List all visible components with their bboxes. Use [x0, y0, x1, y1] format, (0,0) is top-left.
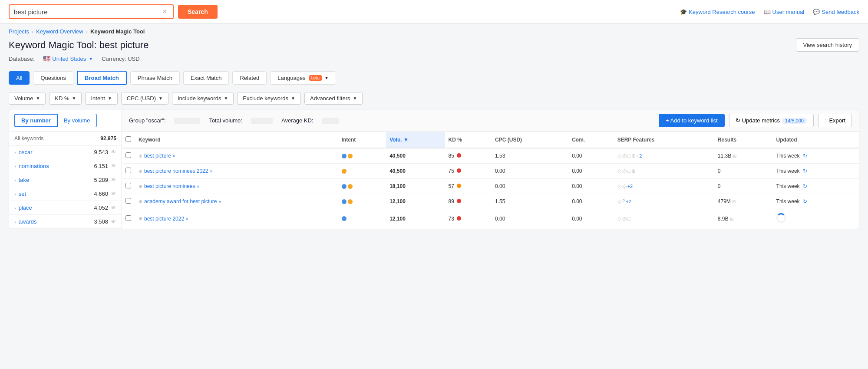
filter-advanced[interactable]: Advanced filters ▼	[304, 92, 363, 105]
page-title: Keyword Magic Tool: best picture	[9, 40, 149, 51]
search-input[interactable]	[14, 8, 161, 16]
kd-indicator	[457, 168, 461, 173]
keyword-link[interactable]: ⊕ best picture nominees »	[139, 183, 335, 189]
keyword-link[interactable]: ⊕ best picture »	[139, 153, 335, 159]
flag-icon: 🇺🇸	[43, 55, 50, 62]
eye-icon[interactable]: 👁	[111, 204, 116, 211]
row-checkbox[interactable]	[125, 168, 131, 173]
eye-icon[interactable]: 👁	[111, 191, 116, 197]
eye-icon[interactable]: 👁	[111, 163, 116, 169]
sidebar-item-count: 9,543	[94, 149, 108, 155]
sort-by-volume-button[interactable]: By volume	[58, 114, 97, 127]
exclude-chevron-icon: ▼	[291, 96, 295, 101]
kd-chevron-icon: ▼	[72, 96, 76, 101]
col-com: Com.	[568, 132, 614, 148]
keyword-link[interactable]: ⊕ best picture 2022 »	[139, 216, 335, 222]
breadcrumb-projects[interactable]: Projects	[9, 28, 29, 35]
sidebar-item[interactable]: › take 5,289 👁	[9, 173, 122, 187]
eye-icon[interactable]: 👁	[111, 177, 116, 183]
serp-icon: ◇	[617, 153, 621, 159]
row-checkbox[interactable]	[125, 215, 131, 221]
sidebar-item[interactable]: › oscar 9,543 👁	[9, 145, 122, 159]
tab-languages[interactable]: Languages beta ▼	[270, 71, 336, 85]
row-checkbox[interactable]	[125, 152, 131, 158]
database-country-link[interactable]: 🇺🇸 United States ▼	[43, 55, 93, 62]
search-button[interactable]: Search	[178, 5, 218, 19]
top-links: 🎓 Keyword Research course 📖 User manual …	[680, 9, 859, 15]
sidebar-item[interactable]: › place 4,052 👁	[9, 201, 122, 215]
serp-plus: +2	[637, 153, 642, 158]
update-count-badge: 14/5,000	[782, 118, 807, 124]
serp-plus: +2	[626, 199, 631, 204]
sidebar-item-count: 5,289	[94, 177, 108, 183]
cpc-cell: 0.00	[492, 164, 568, 179]
volume-cell: 40,500	[386, 148, 445, 164]
updated-cell	[773, 209, 859, 228]
add-to-keyword-list-button[interactable]: + Add to keyword list	[659, 114, 725, 127]
beta-badge: beta	[309, 75, 322, 81]
tab-broad-match[interactable]: Broad Match	[77, 71, 127, 85]
expand-icon: ›	[14, 164, 16, 169]
filter-intent[interactable]: Intent ▼	[85, 92, 117, 105]
results-icon: ⊞	[733, 154, 736, 158]
serp-icon: ◇	[617, 198, 621, 204]
tab-related[interactable]: Related	[232, 71, 267, 85]
sidebar-item-label: oscar	[19, 149, 92, 155]
col-checkbox	[122, 132, 135, 148]
sidebar-sort-controls: By number By volume	[9, 109, 122, 132]
select-all-checkbox[interactable]	[125, 136, 131, 142]
filter-cpc[interactable]: CPC (USD) ▼	[121, 92, 168, 105]
sidebar-item[interactable]: › awards 3,508 👁	[9, 215, 122, 229]
keyword-course-link[interactable]: 🎓 Keyword Research course	[680, 9, 755, 15]
serp-icon: □	[627, 153, 630, 159]
send-feedback-link[interactable]: 💬 Send feedback	[813, 9, 859, 15]
row-checkbox[interactable]	[125, 198, 131, 204]
breadcrumb-sep-1: ›	[32, 28, 33, 35]
serp-icon: ◇	[617, 216, 621, 222]
serp-cell: ◇◎+2	[614, 179, 714, 194]
col-updated: Updated	[773, 132, 859, 148]
update-metrics-button[interactable]: ↻ Update metrics 14/5,000	[729, 114, 814, 127]
kd-indicator	[457, 199, 461, 203]
filter-include[interactable]: Include keywords ▼	[172, 92, 234, 105]
tab-exact-match[interactable]: Exact Match	[183, 71, 229, 85]
avg-kd-label: Average KD:	[281, 117, 313, 124]
tab-questions[interactable]: Questions	[33, 71, 73, 85]
tab-all[interactable]: All	[9, 71, 30, 85]
sidebar-item-count: 4,660	[94, 191, 108, 197]
keyword-link[interactable]: ⊕ best picture nominees 2022 »	[139, 168, 335, 174]
serp-plus: +2	[627, 184, 633, 189]
user-manual-link[interactable]: 📖 User manual	[764, 9, 805, 15]
row-checkbox[interactable]	[125, 183, 131, 188]
refresh-cell-icon[interactable]: ↻	[803, 153, 807, 159]
export-button[interactable]: ↑ Export	[818, 114, 852, 127]
breadcrumb: Projects › Keyword Overview › Keyword Ma…	[0, 24, 868, 35]
col-volume[interactable]: Volu. ▼	[386, 132, 445, 148]
eye-icon[interactable]: 👁	[111, 149, 116, 155]
refresh-cell-icon[interactable]: ↻	[803, 198, 807, 204]
intent-icons	[342, 199, 383, 204]
breadcrumb-overview[interactable]: Keyword Overview	[36, 28, 83, 35]
volume-chevron-icon: ▼	[36, 96, 40, 101]
filter-kd[interactable]: KD % ▼	[49, 92, 82, 105]
keyword-link[interactable]: ⊕ academy award for best picture »	[139, 198, 335, 204]
cpc-cell: 1.53	[492, 148, 568, 164]
refresh-cell-icon[interactable]: ↻	[803, 168, 807, 174]
clear-button[interactable]: ×	[161, 8, 168, 16]
view-history-button[interactable]: View search history	[796, 38, 859, 52]
breadcrumb-tool: Keyword Magic Tool	[90, 28, 145, 35]
kd-cell: 57	[445, 179, 492, 194]
intent-icon-info	[342, 154, 347, 158]
tabs-bar: All Questions Broad Match Phrase Match E…	[0, 66, 868, 89]
sort-by-number-button[interactable]: By number	[14, 114, 58, 127]
updated-cell: This week ↻	[773, 194, 859, 209]
eye-icon[interactable]: 👁	[111, 218, 116, 225]
refresh-cell-icon[interactable]: ↻	[803, 183, 807, 189]
tab-phrase-match[interactable]: Phrase Match	[130, 71, 180, 85]
filter-exclude[interactable]: Exclude keywords ▼	[237, 92, 301, 105]
filter-volume[interactable]: Volume ▼	[9, 92, 46, 105]
sidebar-item[interactable]: › nominations 6,151 👁	[9, 159, 122, 173]
volume-cell: 18,100	[386, 179, 445, 194]
intent-icons	[342, 216, 383, 221]
sidebar-item[interactable]: › set 4,660 👁	[9, 187, 122, 201]
